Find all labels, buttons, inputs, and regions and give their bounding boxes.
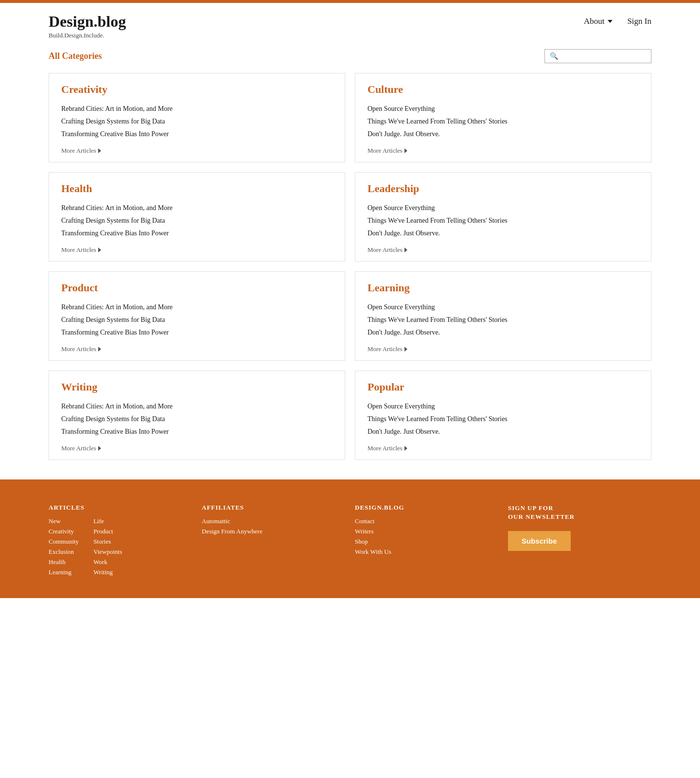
list-item[interactable]: Crafting Design Systems for Big Data: [61, 214, 332, 227]
more-articles-link[interactable]: More Articles: [368, 147, 407, 155]
article-list: Open Source EverythingThings We've Learn…: [368, 202, 639, 240]
footer-articles-col2: LifeProductStoriesViewpointsWorkWriting: [93, 517, 122, 579]
list-item[interactable]: Rebrand Cities: Art in Motion, and More: [61, 301, 332, 314]
category-card: HealthRebrand Cities: Art in Motion, and…: [49, 172, 345, 262]
category-card: ProductRebrand Cities: Art in Motion, an…: [49, 271, 345, 361]
list-item[interactable]: Work: [93, 558, 122, 566]
list-item[interactable]: Writers: [355, 528, 498, 535]
category-title[interactable]: Popular: [368, 381, 639, 393]
list-item[interactable]: Exclusion: [49, 548, 79, 556]
site-tagline: Build.Design.Include.: [49, 32, 126, 39]
list-item[interactable]: Things We've Learned From Telling Others…: [368, 214, 639, 227]
list-item[interactable]: Design From Anywhere: [202, 528, 345, 535]
category-title[interactable]: Learning: [368, 282, 639, 294]
category-title[interactable]: Culture: [368, 83, 639, 96]
list-item[interactable]: Stories: [93, 538, 122, 546]
article-list: Rebrand Cities: Art in Motion, and MoreC…: [61, 400, 332, 438]
subscribe-button[interactable]: Subscribe: [508, 531, 571, 551]
site-footer: ARTICLES NewCreativityCommunityExclusion…: [0, 479, 700, 598]
list-item[interactable]: Work With Us: [355, 548, 498, 556]
sign-in-button[interactable]: Sign In: [627, 17, 651, 26]
list-item[interactable]: Product: [93, 528, 122, 535]
more-articles-link[interactable]: More Articles: [368, 246, 407, 254]
category-title[interactable]: Health: [61, 182, 332, 195]
list-item[interactable]: Creativity: [49, 528, 79, 535]
category-card: WritingRebrand Cities: Art in Motion, an…: [49, 371, 345, 460]
chevron-right-icon: [98, 148, 101, 153]
category-title[interactable]: Leadership: [368, 182, 639, 195]
about-nav-item[interactable]: About: [584, 17, 613, 26]
list-item[interactable]: Open Source Everything: [368, 400, 639, 413]
list-item[interactable]: Don't Judge. Just Observe.: [368, 326, 639, 339]
category-title[interactable]: Writing: [61, 381, 332, 393]
list-item[interactable]: Open Source Everything: [368, 103, 639, 115]
article-list: Rebrand Cities: Art in Motion, and MoreC…: [61, 103, 332, 141]
list-item[interactable]: Rebrand Cities: Art in Motion, and More: [61, 103, 332, 115]
footer-affiliates: AFFILIATES AutomatticDesign From Anywher…: [202, 504, 345, 579]
footer-affiliates-list: AutomatticDesign From Anywhere: [202, 517, 345, 535]
chevron-right-icon: [404, 248, 407, 252]
more-articles-link[interactable]: More Articles: [61, 147, 101, 155]
list-item[interactable]: Don't Judge. Just Observe.: [368, 128, 639, 141]
main-nav: About Sign In: [584, 13, 651, 26]
list-item[interactable]: Open Source Everything: [368, 202, 639, 214]
main-content: CreativityRebrand Cities: Art in Motion,…: [0, 73, 700, 479]
list-item[interactable]: Transforming Creative Bias Into Power: [61, 227, 332, 240]
list-item[interactable]: Crafting Design Systems for Big Data: [61, 413, 332, 425]
footer-newsletter: SIGN UP FOROUR NEWSLETTER Subscribe: [508, 504, 651, 579]
article-list: Open Source EverythingThings We've Learn…: [368, 301, 639, 339]
list-item[interactable]: Things We've Learned From Telling Others…: [368, 115, 639, 128]
list-item[interactable]: Community: [49, 538, 79, 546]
footer-articles-col1: NewCreativityCommunityExclusionHealthLea…: [49, 517, 79, 579]
list-item[interactable]: Transforming Creative Bias Into Power: [61, 326, 332, 339]
article-list: Rebrand Cities: Art in Motion, and MoreC…: [61, 202, 332, 240]
list-item[interactable]: Life: [93, 517, 122, 525]
logo-area: Design.blog Build.Design.Include.: [49, 13, 126, 39]
list-item[interactable]: Shop: [355, 538, 498, 546]
list-item[interactable]: Don't Judge. Just Observe.: [368, 425, 639, 438]
list-item[interactable]: Transforming Creative Bias Into Power: [61, 425, 332, 438]
list-item[interactable]: Automattic: [202, 517, 345, 525]
site-logo[interactable]: Design.blog: [49, 13, 126, 31]
newsletter-title: SIGN UP FOROUR NEWSLETTER: [508, 504, 651, 521]
footer-designblog-title: DESIGN.BLOG: [355, 504, 498, 512]
more-articles-link[interactable]: More Articles: [61, 444, 101, 452]
list-item[interactable]: Things We've Learned From Telling Others…: [368, 314, 639, 326]
list-item[interactable]: Rebrand Cities: Art in Motion, and More: [61, 202, 332, 214]
list-item[interactable]: Things We've Learned From Telling Others…: [368, 413, 639, 425]
list-item[interactable]: Open Source Everything: [368, 301, 639, 314]
category-card: PopularOpen Source EverythingThings We'v…: [355, 371, 651, 460]
category-title[interactable]: Creativity: [61, 83, 332, 96]
list-item[interactable]: Transforming Creative Bias Into Power: [61, 128, 332, 141]
more-articles-link[interactable]: More Articles: [368, 444, 407, 452]
more-articles-link[interactable]: More Articles: [368, 345, 407, 353]
more-articles-link[interactable]: More Articles: [61, 246, 101, 254]
list-item[interactable]: Contact: [355, 517, 498, 525]
footer-affiliates-title: AFFILIATES: [202, 504, 345, 512]
article-list: Rebrand Cities: Art in Motion, and MoreC…: [61, 301, 332, 339]
chevron-right-icon: [98, 347, 101, 352]
chevron-right-icon: [404, 148, 407, 153]
footer-grid: ARTICLES NewCreativityCommunityExclusion…: [49, 504, 651, 579]
more-articles-link[interactable]: More Articles: [61, 345, 101, 353]
category-card: LearningOpen Source EverythingThings We'…: [355, 271, 651, 361]
search-input[interactable]: [561, 53, 646, 60]
chevron-right-icon: [98, 446, 101, 451]
list-item[interactable]: Don't Judge. Just Observe.: [368, 227, 639, 240]
category-card: CreativityRebrand Cities: Art in Motion,…: [49, 73, 345, 162]
chevron-right-icon: [404, 446, 407, 451]
list-item[interactable]: New: [49, 517, 79, 525]
all-categories-label[interactable]: All Categories: [49, 51, 102, 61]
list-item[interactable]: Crafting Design Systems for Big Data: [61, 115, 332, 128]
list-item[interactable]: Writing: [93, 568, 122, 576]
list-item[interactable]: Crafting Design Systems for Big Data: [61, 314, 332, 326]
category-title[interactable]: Product: [61, 282, 332, 294]
category-card: CultureOpen Source EverythingThings We'v…: [355, 73, 651, 162]
filter-bar: All Categories 🔍: [0, 44, 700, 73]
list-item[interactable]: Health: [49, 558, 79, 566]
list-item[interactable]: Viewpoints: [93, 548, 122, 556]
chevron-down-icon: [608, 20, 612, 23]
list-item[interactable]: Rebrand Cities: Art in Motion, and More: [61, 400, 332, 413]
footer-articles-title: ARTICLES: [49, 504, 192, 512]
list-item[interactable]: Learning: [49, 568, 79, 576]
